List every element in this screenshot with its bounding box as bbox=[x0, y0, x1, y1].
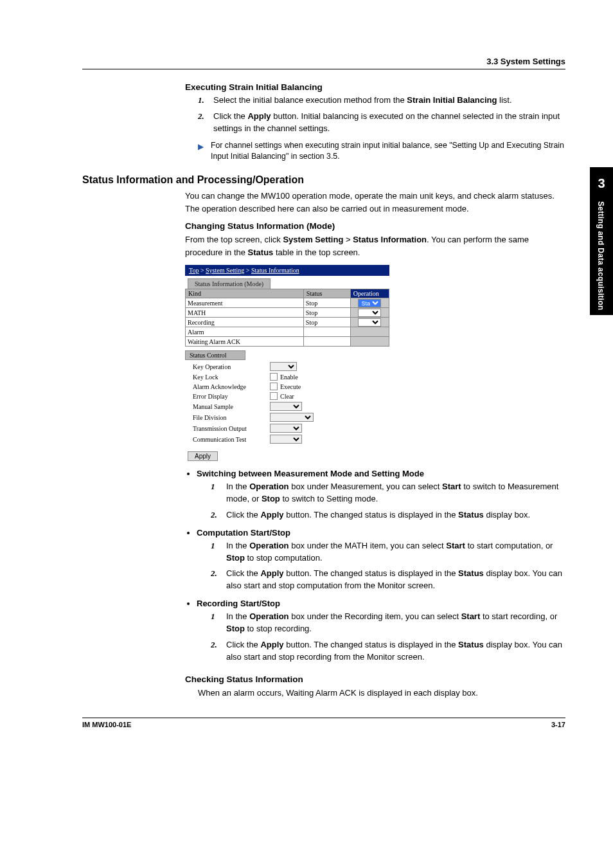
row-waiting-ack: Waiting Alarm ACK bbox=[186, 337, 389, 347]
row-key-operation: Key Operation bbox=[193, 362, 389, 371]
ui-tab[interactable]: Status Information (Mode) bbox=[188, 278, 271, 289]
error-display-checkbox[interactable] bbox=[270, 392, 278, 400]
recording-step-1: 1 In the Operation box under the Recordi… bbox=[211, 611, 565, 635]
chapter-title: Setting and Data acquisition bbox=[596, 201, 605, 311]
row-measurement: Measurement Stop Start bbox=[186, 298, 389, 308]
manual-sample-select[interactable] bbox=[270, 402, 302, 411]
col-operation: Operation bbox=[350, 289, 389, 298]
switching-step-2: 2. Click the Apply button. The changed s… bbox=[211, 509, 565, 521]
section-header: 3.3 System Settings bbox=[82, 57, 565, 66]
row-error-display: Error DisplayClear bbox=[193, 392, 389, 400]
step-1: 1. Select the initial balance execution … bbox=[198, 95, 565, 107]
checking-heading: Checking Status Information bbox=[185, 674, 565, 684]
row-file-division: File Division bbox=[193, 413, 389, 422]
recording-operation-select[interactable] bbox=[358, 318, 381, 327]
bullet-switching: Switching between Measurement Mode and S… bbox=[185, 469, 565, 478]
breadcrumb-status-info[interactable]: Status Information bbox=[251, 267, 299, 274]
ui-breadcrumb: Top > System Setting > Status Informatio… bbox=[185, 265, 389, 276]
row-communication-test: Communication Test bbox=[193, 435, 389, 444]
alarm-ack-checkbox[interactable] bbox=[270, 383, 278, 390]
bullet-recording: Recording Start/Stop bbox=[185, 599, 565, 608]
status-table: Kind Status Operation Measurement Stop S… bbox=[185, 289, 389, 347]
status-intro: You can change the MW100 operation mode,… bbox=[185, 190, 565, 215]
bullet-recording-title: Recording Start/Stop bbox=[197, 599, 565, 608]
key-operation-select[interactable] bbox=[270, 362, 297, 371]
bullet-switching-title: Switching between Measurement Mode and S… bbox=[197, 469, 565, 478]
status-heading: Status Information and Processing/Operat… bbox=[82, 174, 565, 186]
status-control-header: Status Control bbox=[185, 350, 245, 360]
header-rule bbox=[82, 69, 565, 69]
recording-step-2: 2. Click the Apply button. The changed s… bbox=[211, 639, 565, 664]
measurement-operation-select[interactable]: Start bbox=[358, 299, 381, 307]
row-alarm-ack: Alarm AcknowledgeExecute bbox=[193, 383, 389, 390]
breadcrumb-system-setting[interactable]: System Setting bbox=[206, 267, 244, 274]
col-kind: Kind bbox=[186, 289, 304, 298]
apply-button[interactable]: Apply bbox=[188, 451, 218, 461]
switching-step-1: 1 In the Operation box under Measurement… bbox=[211, 481, 565, 505]
arrow-icon: ▶ bbox=[198, 141, 204, 153]
computation-step-1: 1 In the Operation box under the MATH it… bbox=[211, 540, 565, 565]
step-2: 2. Click the Apply button. Initial balan… bbox=[198, 111, 565, 135]
math-operation-select[interactable] bbox=[358, 309, 381, 317]
chapter-number: 3 bbox=[590, 167, 613, 191]
checking-para: When an alarm occurs, Waiting Alarm ACK … bbox=[198, 687, 565, 700]
changing-para: From the top screen, click System Settin… bbox=[185, 233, 565, 258]
col-status: Status bbox=[303, 289, 350, 298]
file-division-select[interactable] bbox=[270, 413, 314, 422]
bullet-computation-title: Computation Start/Stop bbox=[197, 528, 565, 538]
row-recording: Recording Stop bbox=[186, 318, 389, 327]
page-footer: IM MW100-01E 3-17 bbox=[82, 718, 565, 728]
row-transmission-output: Transmission Output bbox=[193, 424, 389, 433]
footer-right: 3-17 bbox=[551, 721, 565, 728]
strain-note: ▶ For channel settings when executing st… bbox=[200, 140, 565, 163]
row-alarm: Alarm bbox=[186, 327, 389, 337]
bullet-computation: Computation Start/Stop bbox=[185, 528, 565, 538]
chapter-tab: 3 Setting and Data acquisition bbox=[590, 167, 613, 315]
changing-heading: Changing Status Information (Mode) bbox=[185, 221, 565, 231]
row-manual-sample: Manual Sample bbox=[193, 402, 389, 411]
status-ui-screenshot: Top > System Setting > Status Informatio… bbox=[185, 265, 389, 461]
strain-heading: Executing Strain Initial Balancing bbox=[185, 82, 565, 92]
computation-step-2: 2. Click the Apply button. The changed s… bbox=[211, 568, 565, 592]
strain-steps: 1. Select the initial balance execution … bbox=[198, 95, 565, 135]
communication-test-select[interactable] bbox=[270, 435, 302, 444]
transmission-output-select[interactable] bbox=[270, 424, 302, 433]
breadcrumb-top[interactable]: Top bbox=[189, 267, 199, 274]
row-math: MATH Stop bbox=[186, 308, 389, 318]
row-key-lock: Key LockEnable bbox=[193, 373, 389, 381]
key-lock-checkbox[interactable] bbox=[270, 373, 278, 381]
footer-left: IM MW100-01E bbox=[82, 721, 131, 728]
